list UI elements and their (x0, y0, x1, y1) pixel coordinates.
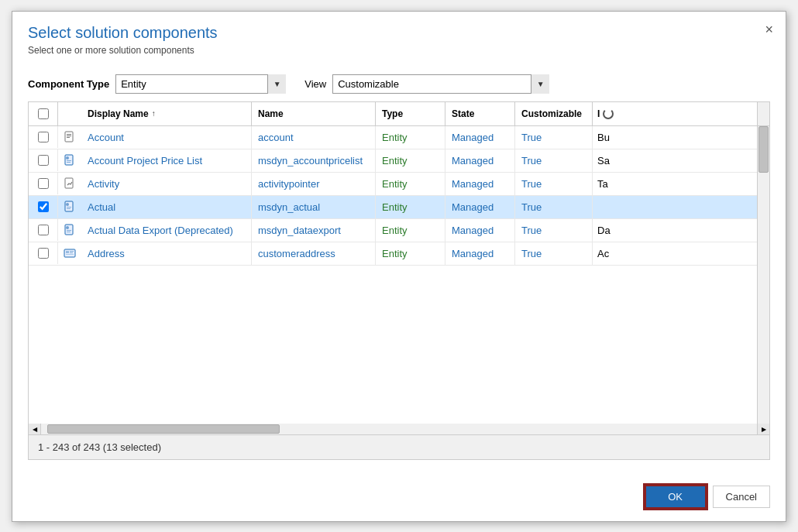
components-table: Display Name ↑ Name Type State Customiza… (28, 101, 770, 460)
display-name-cell[interactable]: Actual Data Export (Deprecated) (81, 219, 252, 242)
row-icon (58, 247, 81, 259)
view-label: View (304, 78, 326, 90)
display-name-cell[interactable]: Account (81, 126, 252, 149)
scroll-right-button[interactable]: ▶ (757, 424, 769, 434)
vertical-scrollbar[interactable] (757, 126, 769, 424)
type-cell: Entity (376, 242, 445, 265)
svg-rect-1 (67, 134, 71, 135)
table-row: Actual msdyn_actual Entity Managed True (29, 196, 757, 219)
close-button[interactable]: × (765, 22, 773, 36)
svg-rect-3 (67, 137, 70, 138)
th-display-name-label: Display Name (88, 108, 149, 119)
row-icon (58, 224, 81, 236)
row-checkbox-cell (29, 242, 58, 264)
svg-rect-6 (67, 160, 71, 161)
dialog-header: Select solution components Select one or… (12, 12, 786, 62)
filter-bar: Component Type Entity Attribute Relation… (28, 74, 770, 94)
last-col-cell: Bu (593, 126, 757, 149)
dialog-subtitle: Select one or more solution components (28, 45, 770, 56)
row-checkbox[interactable] (38, 155, 49, 166)
state-cell: Managed (445, 219, 515, 242)
state-cell: Managed (445, 173, 515, 195)
component-type-select[interactable]: Entity Attribute Relationship OptionSet … (115, 74, 286, 94)
display-name-cell[interactable]: Account Project Price List (81, 149, 252, 172)
table-row: Actual Data Export (Deprecated) msdyn_da… (29, 219, 757, 242)
th-display-name: Display Name ↑ (81, 102, 252, 125)
state-cell: Managed (445, 196, 515, 218)
pagination-bar: 1 - 243 of 243 (13 selected) (29, 434, 769, 459)
name-cell[interactable]: msdyn_dataexport (252, 219, 376, 242)
name-cell[interactable]: msdyn_accountpricelist (252, 149, 376, 172)
svg-rect-16 (67, 232, 71, 232)
row-checkbox[interactable] (38, 178, 49, 189)
svg-rect-2 (67, 136, 71, 136)
h-scroll-thumb[interactable] (47, 424, 280, 434)
component-type-select-wrapper: Entity Attribute Relationship OptionSet … (115, 74, 286, 94)
customizable-cell: True (515, 196, 593, 218)
display-name-cell[interactable]: Actual (81, 196, 252, 218)
row-checkbox[interactable] (38, 225, 49, 235)
customizable-cell: True (515, 126, 593, 149)
view-select[interactable]: Customizable All Managed Unmanaged (332, 74, 549, 94)
select-all-checkbox[interactable] (38, 108, 49, 119)
svg-rect-9 (65, 201, 73, 211)
cancel-button[interactable]: Cancel (713, 486, 770, 508)
table-row: Account Project Price List msdyn_account… (29, 149, 757, 173)
name-cell[interactable]: msdyn_actual (252, 196, 376, 218)
dialog-body: Component Type Entity Attribute Relation… (12, 62, 786, 472)
svg-rect-7 (67, 162, 71, 163)
row-checkbox[interactable] (38, 132, 49, 142)
row-checkbox[interactable] (38, 201, 49, 212)
svg-rect-13 (65, 225, 73, 235)
icon-spacer-header (58, 102, 81, 125)
row-checkbox-cell (29, 149, 58, 171)
row-icon (58, 131, 81, 143)
customizable-cell: True (515, 219, 593, 242)
table-header: Display Name ↑ Name Type State Customiza… (29, 102, 769, 126)
state-cell: Managed (445, 242, 515, 265)
type-cell: Entity (376, 126, 445, 149)
display-name-cell[interactable]: Address (81, 242, 252, 265)
th-customizable-label: Customizable (521, 108, 582, 119)
select-solution-components-dialog: Select solution components Select one or… (12, 11, 786, 522)
ok-button[interactable]: OK (645, 485, 707, 509)
svg-rect-18 (66, 251, 69, 253)
row-checkbox-cell (29, 219, 58, 241)
svg-rect-12 (67, 208, 71, 209)
table-body: Account account Entity Managed True Bu (29, 126, 757, 424)
name-cell[interactable]: account (252, 126, 376, 149)
svg-rect-15 (67, 230, 71, 231)
row-checkbox-cell (29, 126, 58, 148)
refresh-icon[interactable] (603, 108, 614, 119)
state-cell: Managed (445, 149, 515, 172)
view-select-wrapper: Customizable All Managed Unmanaged ▼ (332, 74, 549, 94)
pagination-text: 1 - 243 of 243 (13 selected) (38, 441, 161, 453)
last-col-cell (593, 201, 757, 212)
svg-point-14 (66, 226, 69, 229)
name-cell[interactable]: customeraddress (252, 242, 376, 265)
dialog-title: Select solution components (28, 24, 770, 42)
last-col-cell: Da (593, 219, 757, 242)
scroll-left-button[interactable]: ◀ (29, 424, 41, 434)
name-cell[interactable]: activitypointer (252, 173, 376, 195)
display-name-cell[interactable]: Activity (81, 173, 252, 195)
row-checkbox-cell (29, 196, 58, 218)
row-icon (58, 154, 81, 166)
row-checkbox[interactable] (38, 248, 49, 259)
th-state-label: State (452, 108, 474, 119)
svg-rect-19 (70, 251, 74, 252)
table-row: Account account Entity Managed True Bu (29, 126, 757, 149)
last-col-cell: Ta (593, 173, 757, 195)
select-all-checkbox-cell (29, 102, 58, 125)
svg-rect-21 (66, 254, 74, 255)
type-cell: Entity (376, 196, 445, 218)
th-last: I (593, 102, 757, 125)
row-icon (58, 177, 81, 190)
scrollbar-thumb[interactable] (758, 126, 769, 173)
table-body-container: Account account Entity Managed True Bu (29, 126, 769, 424)
svg-rect-20 (70, 252, 73, 253)
component-type-label: Component Type (28, 78, 109, 90)
svg-point-10 (66, 203, 69, 206)
dialog-footer: OK Cancel (12, 472, 786, 521)
svg-rect-11 (67, 207, 71, 208)
